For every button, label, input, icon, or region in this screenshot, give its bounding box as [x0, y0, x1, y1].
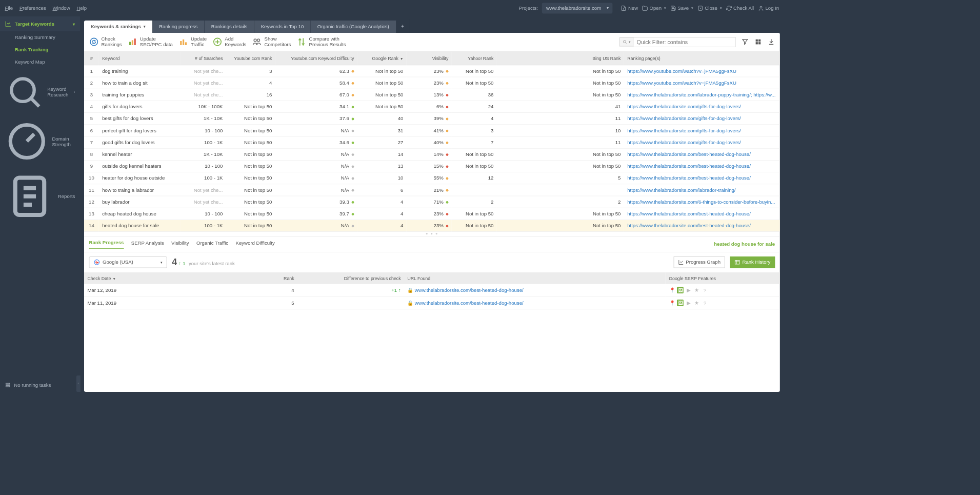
subtab-keyword-difficulty[interactable]: Keyword Difficulty	[236, 240, 275, 248]
sidebar-rank-tracking[interactable]: Rank Tracking	[0, 44, 80, 56]
check-rankings-button[interactable]: Check Rankings	[89, 36, 122, 48]
col-8[interactable]: Bing US Rank	[497, 52, 624, 65]
col-1[interactable]: Keyword	[99, 52, 181, 65]
col-0[interactable]: #	[84, 52, 99, 65]
menu-preferences[interactable]: Preferences	[19, 5, 46, 11]
open-button[interactable]: Open▾	[642, 5, 666, 11]
sidebar-ranking-summary[interactable]: Ranking Summary	[0, 31, 80, 44]
table-row[interactable]: 5best gifts for dog lovers1K - 10KNot in…	[84, 112, 780, 124]
table-row[interactable]: 10heater for dog house outside100 - 1KNo…	[84, 172, 780, 184]
save-button[interactable]: Save▾	[670, 5, 693, 11]
history-row[interactable]: Mar 11, 20195🔒www.thelabradorsite.com/be…	[84, 296, 780, 309]
tab-add[interactable]: ＋	[396, 19, 409, 33]
table-row[interactable]: 12buy labradorNot yet che...Not in top 5…	[84, 196, 780, 208]
table-row[interactable]: 3training for puppiesNot yet che...1667.…	[84, 89, 780, 101]
close-button[interactable]: Close▾	[697, 5, 722, 11]
col-6[interactable]: Visibility	[407, 52, 452, 65]
check-all-button[interactable]: Check All	[726, 5, 754, 11]
table-row[interactable]: 14heated dog house for sale100 - 1KNot i…	[84, 220, 780, 231]
table-row[interactable]: 9outside dog kennel heaters10 - 100Not i…	[84, 160, 780, 172]
compare-icon	[297, 37, 307, 47]
tab-rankings-details[interactable]: Rankings details	[205, 21, 254, 33]
sidebar-target-keywords[interactable]: Target Keywords▾	[0, 16, 80, 31]
tab-keywords-top10[interactable]: Keywords in Top 10	[254, 21, 311, 33]
svg-point-17	[257, 39, 260, 42]
map-pin-icon: 📍	[669, 287, 675, 293]
svg-point-8	[90, 38, 97, 46]
project-selector[interactable]: www.thelabradorsite.com	[542, 3, 613, 14]
project-name: www.thelabradorsite.com	[546, 5, 601, 11]
tasks-icon	[5, 382, 11, 388]
col-2[interactable]: # of Searches	[181, 52, 226, 65]
subtab-organic-traffic[interactable]: Organic Traffic	[196, 240, 228, 248]
user-icon	[758, 5, 764, 11]
add-keywords-button[interactable]: Add Keywords	[212, 36, 246, 48]
sidebar-reports[interactable]: Reports	[0, 167, 80, 225]
menu-window[interactable]: Window	[52, 5, 70, 11]
menu-help[interactable]: Help	[76, 5, 87, 11]
refresh-icon	[726, 5, 732, 11]
col-3[interactable]: Youtube.com Rank	[226, 52, 275, 65]
sidebar-collapse[interactable]: ‹	[76, 375, 81, 392]
col-5[interactable]: Google Rank▼	[357, 52, 407, 65]
tab-keywords-rankings[interactable]: Keywords & rankings▾	[84, 21, 152, 33]
sidebar-domain-strength[interactable]: Domain Strength	[0, 115, 80, 167]
download-icon[interactable]	[768, 38, 775, 46]
quick-filter-input[interactable]	[633, 37, 735, 47]
svg-rect-22	[758, 43, 761, 45]
plus-circle-icon	[212, 37, 222, 47]
col-4[interactable]: Youtube.com Keyword Difficulty	[275, 52, 357, 65]
up-arrow-icon: ↑	[178, 261, 181, 266]
search-engine-select[interactable]: Google (USA) ▾	[89, 256, 167, 268]
svg-point-18	[624, 41, 626, 43]
keyword-grid: #Keyword# of SearchesYoutube.com RankYou…	[84, 52, 780, 232]
sidebar-keyword-research[interactable]: Keyword Research›	[0, 68, 80, 115]
col-7[interactable]: Yahoo! Rank	[452, 52, 497, 65]
filter-icon[interactable]	[742, 38, 749, 46]
selected-keyword-label: heated dog house for sale	[714, 241, 775, 247]
detail-col-3[interactable]: URL Found	[404, 272, 666, 284]
detail-col-4[interactable]: Google SERP Features	[666, 272, 780, 284]
history-row[interactable]: Mar 12, 20194+1 ↑🔒www.thelabradorsite.co…	[84, 284, 780, 296]
table-row[interactable]: 7good gifts for dog lovers100 - 1KNot in…	[84, 136, 780, 148]
tab-ranking-progress[interactable]: Ranking progress	[152, 21, 205, 33]
new-button[interactable]: New	[621, 5, 638, 11]
image-icon: 🖼	[677, 300, 684, 306]
document-icon	[5, 171, 55, 221]
table-row[interactable]: 1dog trainingNot yet che...362.3Not in t…	[84, 65, 780, 77]
table-row[interactable]: 11how to traing a labradorNot yet che...…	[84, 184, 780, 196]
folder-open-icon	[642, 5, 648, 11]
tab-organic-traffic[interactable]: Organic traffic (Google Analytics)	[311, 21, 396, 33]
splitter[interactable]: ● ● ●	[84, 232, 780, 236]
table-row[interactable]: 13cheap heated dog house10 - 100Not in t…	[84, 208, 780, 220]
progress-graph-button[interactable]: Progress Graph	[673, 256, 725, 268]
subtab-rank-progress[interactable]: Rank Progress	[89, 240, 124, 249]
col-9[interactable]: Ranking page(s)	[624, 52, 780, 65]
update-seo-button[interactable]: Update SEO/PPC data	[128, 36, 173, 48]
gauge-icon	[5, 120, 49, 163]
rank-history-grid: Check Date▼RankDifference to previous ch…	[84, 272, 780, 392]
login-button[interactable]: Log In	[758, 5, 779, 11]
grid-view-icon[interactable]	[754, 38, 762, 46]
rank-display: 4 ↑ 1 your site's latest rank	[172, 257, 235, 268]
question-icon: ?	[702, 287, 708, 293]
sidebar-keyword-map[interactable]: Keyword Map	[0, 56, 80, 68]
filter-column-select[interactable]: ▾	[619, 37, 633, 47]
subtab-visibility[interactable]: Visibility	[171, 240, 189, 248]
svg-rect-14	[185, 43, 187, 46]
detail-col-0[interactable]: Check Date▼	[84, 272, 191, 284]
svg-rect-19	[756, 39, 758, 42]
detail-col-2[interactable]: Difference to previous check	[297, 272, 404, 284]
table-row[interactable]: 4gifts for dog lovers10K - 100KNot in to…	[84, 101, 780, 112]
table-row[interactable]: 2how to train a dog sitNot yet che...458…	[84, 77, 780, 89]
sidebar-tasks: No running tasks	[0, 378, 80, 392]
rank-history-button[interactable]: Rank History	[730, 256, 775, 268]
detail-col-1[interactable]: Rank	[191, 272, 297, 284]
compare-button[interactable]: Compare with Previous Results	[297, 36, 346, 48]
table-row[interactable]: 6perfect gift for dog lovers10 - 100Not …	[84, 125, 780, 136]
show-competitors-button[interactable]: Show Competitors	[252, 36, 291, 48]
menu-file[interactable]: File	[5, 5, 13, 11]
update-traffic-button[interactable]: Update Traffic	[178, 36, 207, 48]
table-row[interactable]: 8kennel heater1K - 10KNot in top 50N/A14…	[84, 148, 780, 160]
subtab-serp-analysis[interactable]: SERP Analysis	[131, 240, 164, 248]
